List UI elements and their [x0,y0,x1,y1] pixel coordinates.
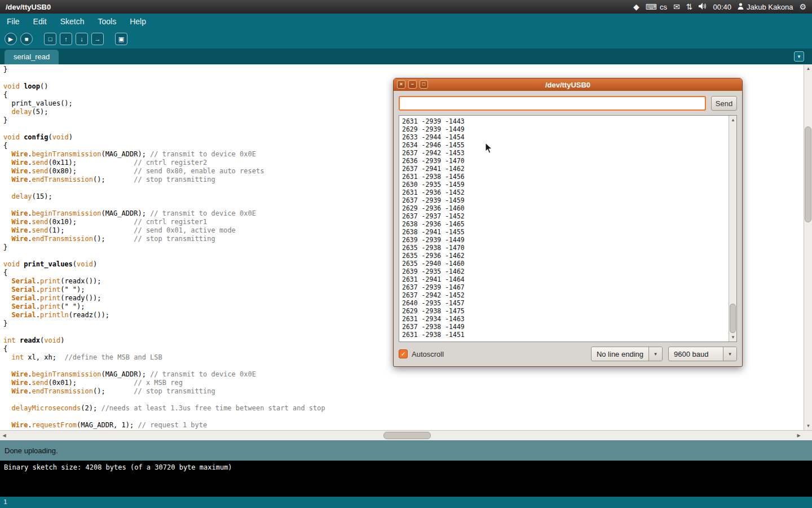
serial-line: 2637 -2942 -1452 [402,291,726,299]
mail-icon[interactable]: ✉ [673,3,680,11]
serial-lines: 2631 -2939 -14432629 -2939 -14492633 -29… [399,116,729,341]
gear-icon[interactable]: ⚙ [799,3,806,11]
send-button[interactable]: Send [711,96,737,111]
window-controls: × − □ [397,80,428,89]
network-icon[interactable]: ⇅ [686,3,693,11]
code-line: } [3,65,804,74]
scroll-right-icon[interactable]: ▶ [795,431,803,440]
serial-monitor-titlebar[interactable]: × − □ /dev/ttyUSB0 [394,78,742,91]
scroll-up-icon[interactable]: ▲ [804,64,812,73]
serial-line: 2638 -2941 -1455 [402,228,726,236]
serial-line: 2637 -2941 -1462 [402,165,726,173]
serial-output-area[interactable]: 2631 -2939 -14432629 -2939 -14492633 -29… [399,115,737,342]
serial-line: 2637 -2938 -1449 [402,323,726,331]
new-sketch-button[interactable]: □ [44,33,56,45]
menu-file[interactable]: File [0,17,27,26]
line-ending-select[interactable]: No line ending ▾ [591,347,663,361]
serial-line: 2637 -2939 -1459 [402,196,726,204]
clock[interactable]: 00:40 [713,3,731,11]
line-indicator: 1 [0,497,812,508]
code-line: Wire.endTransmission(); // stop transmit… [3,387,804,396]
baud-rate-select[interactable]: 9600 baud ▾ [668,347,737,361]
combo-group: No line ending ▾ 9600 baud ▾ [591,347,737,361]
serial-monitor-controls: ✓ Autoscroll No line ending ▾ 9600 baud … [399,342,737,361]
chevron-down-icon[interactable]: ▾ [648,347,662,361]
open-button[interactable]: ↑ [60,33,72,45]
editor-hscroll-thumb[interactable] [383,432,431,439]
serial-line: 2635 -2938 -1470 [402,244,726,252]
serial-line: 2631 -2938 -1451 [402,331,726,339]
maximize-icon[interactable]: □ [420,80,428,89]
serial-line: 2629 -2936 -1460 [402,204,726,212]
user-menu[interactable]: Jakub Kakona [738,3,793,11]
serial-line: 2637 -2937 -1452 [402,212,726,220]
line-number: 1 [3,498,7,506]
menu-tools[interactable]: Tools [91,17,123,26]
verify-button[interactable]: ▶ [5,33,17,45]
serial-scroll-thumb[interactable] [730,304,736,333]
close-icon[interactable]: × [397,80,405,89]
serial-line: 2638 -2936 -1465 [402,220,726,228]
serial-line: 2631 -2936 -1452 [402,189,726,196]
user-name: Jakub Kakona [747,3,793,11]
serial-line: 2633 -2944 -1454 [402,133,726,141]
menu-sketch[interactable]: Sketch [54,17,91,26]
serial-line: 2631 -2938 -1456 [402,173,726,181]
chevron-down-icon[interactable]: ▾ [723,347,736,361]
upload-button[interactable]: → [91,33,104,45]
scroll-up-icon[interactable]: ▲ [729,116,737,124]
serial-line: 2639 -2935 -1462 [402,268,726,275]
tab-menu-icon[interactable]: ▾ [794,51,804,62]
serial-line: 2640 -2935 -1457 [402,299,726,307]
tab-serial-read[interactable]: serial_read [5,50,59,64]
menubar: File Edit Sketch Tools Help [0,14,812,29]
status-bar: Done uploading. [0,440,812,461]
save-button[interactable]: ↓ [76,33,88,45]
serial-line: 2636 -2939 -1470 [402,157,726,165]
serial-monitor-button[interactable]: ▣ [115,33,127,45]
code-line: Wire.send(0x01); // x MSB reg [3,379,804,387]
keyboard-layout-label[interactable]: cs [660,3,667,11]
autoscroll-label: Autoscroll [412,350,444,358]
editor-horizontal-scrollbar[interactable]: ◀ ▶ [0,430,812,440]
scroll-left-icon[interactable]: ◀ [0,431,8,440]
menu-help[interactable]: Help [123,17,153,26]
user-icon [738,3,744,11]
serial-line: 2630 -2935 -1459 [402,181,726,189]
toolbar: ▶ ■ □ ↑ ↓ → ▣ [0,29,812,49]
code-line [3,396,804,404]
code-line: Wire.requestFrom(MAG_ADDR, 1); // reques… [3,421,804,430]
serial-line: 2635 -2940 -1460 [402,260,726,268]
code-line: Wire.beginTransmission(MAG_ADDR); // tra… [3,370,804,379]
menu-edit[interactable]: Edit [27,17,54,26]
status-message: Done uploading. [5,446,58,455]
volume-icon[interactable] [699,3,707,11]
editor-vertical-scrollbar[interactable]: ▲ ▼ [804,64,812,430]
serial-send-input[interactable] [399,96,706,111]
serial-line: 2631 -2934 -1463 [402,315,726,323]
serial-monitor-body: Send 2631 -2939 -14432629 -2939 -1449263… [394,91,742,366]
scroll-down-icon[interactable]: ▼ [804,422,812,430]
editor-vscroll-thumb[interactable] [805,126,811,222]
serial-line: 2639 -2939 -1449 [402,236,726,244]
serial-line: 2631 -2941 -1464 [402,275,726,283]
screen: /dev/ttyUSB0 ◆ ⌨ cs ✉ ⇅ 00:40 Jakub Kako… [0,0,812,508]
stop-button[interactable]: ■ [20,33,33,45]
system-tray: ◆ ⌨ cs ✉ ⇅ 00:40 Jakub Kakona ⚙ [633,3,806,11]
console-output: Binary sketch size: 4208 bytes (of a 307… [0,461,812,497]
minimize-icon[interactable]: − [408,80,417,89]
serial-scrollbar[interactable]: ▲ ▼ [729,116,736,341]
scroll-down-icon[interactable]: ▼ [729,333,737,341]
code-line [3,413,804,421]
serial-line: 2635 -2936 -1462 [402,252,726,260]
serial-monitor-title: /dev/ttyUSB0 [545,81,590,89]
serial-monitor-window[interactable]: × − □ /dev/ttyUSB0 Send 2631 -2939 -1443… [393,78,743,367]
autoscroll-checkbox[interactable]: ✓ [399,349,408,358]
keyboard-icon[interactable]: ⌨ [646,3,657,11]
sync-icon[interactable]: ◆ [633,3,639,11]
code-line: delayMicroseconds(2); //needs at least 1… [3,404,804,413]
serial-line: 2629 -2939 -1449 [402,125,726,133]
serial-line: 2631 -2939 -1443 [402,117,726,125]
line-ending-value: No line ending [592,347,648,361]
send-row: Send [399,96,737,111]
